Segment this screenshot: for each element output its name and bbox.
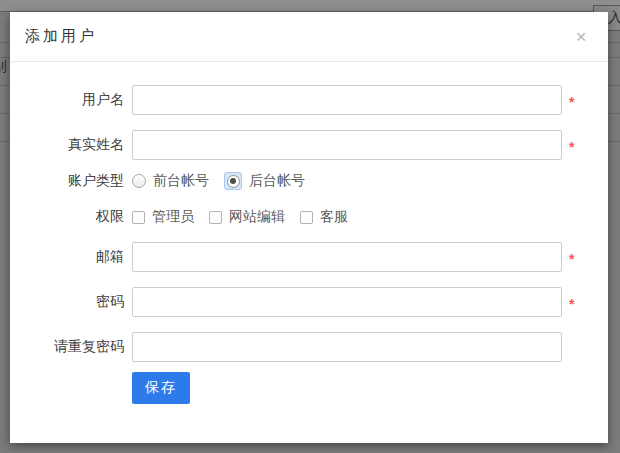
permissions-row: 权限 管理员 网站编辑 客服 [25, 208, 593, 226]
repeat-password-row: 请重复密码 [25, 332, 593, 362]
checkbox-icon[interactable] [300, 211, 313, 224]
password-row: 密码 * [25, 287, 593, 317]
checkbox-option-label[interactable]: 客服 [320, 208, 348, 226]
repeat-password-input[interactable] [132, 332, 562, 362]
actions-row: 保存 [25, 372, 593, 404]
real-name-row: 真实姓名 * [25, 130, 593, 160]
radio-option-label[interactable]: 前台帐号 [153, 172, 209, 190]
email-row: 邮箱 * [25, 242, 593, 272]
username-row: 用户名 * [25, 85, 593, 115]
checkbox-option-editor[interactable]: 网站编辑 [209, 208, 285, 226]
radio-option-label[interactable]: 后台帐号 [249, 172, 305, 190]
background-button-label: 入 [608, 9, 620, 27]
checkbox-option-label[interactable]: 网站编辑 [229, 208, 285, 226]
background-topbar [0, 0, 620, 12]
real-name-input[interactable] [132, 130, 562, 160]
email-label: 邮箱 [25, 248, 132, 266]
account-type-label: 账户类型 [25, 172, 132, 190]
required-marker: * [569, 251, 574, 267]
close-icon[interactable]: ✕ [575, 30, 587, 44]
username-input[interactable] [132, 85, 562, 115]
radio-option-frontend[interactable]: 前台帐号 [132, 172, 209, 190]
background-column-label-partial: 别 [0, 58, 7, 76]
checkbox-icon[interactable] [132, 211, 145, 224]
required-marker: * [569, 94, 574, 110]
checkbox-option-label[interactable]: 管理员 [152, 208, 194, 226]
password-input[interactable] [132, 287, 562, 317]
required-marker: * [569, 139, 574, 155]
radio-checked-icon[interactable] [224, 172, 242, 190]
real-name-label: 真实姓名 [25, 136, 132, 154]
screen: 入 别 添加用户 ✕ 用户名 * 真实姓名 * 账户类型 [0, 0, 620, 453]
username-label: 用户名 [25, 91, 132, 109]
add-user-dialog: 添加用户 ✕ 用户名 * 真实姓名 * 账户类型 前台帐号 [10, 12, 608, 443]
radio-option-backend[interactable]: 后台帐号 [224, 172, 305, 190]
password-label: 密码 [25, 293, 132, 311]
save-button[interactable]: 保存 [132, 372, 190, 404]
radio-dot [230, 178, 236, 184]
radio-icon[interactable] [132, 174, 146, 188]
required-marker: * [569, 296, 574, 312]
permissions-label: 权限 [25, 208, 132, 226]
dialog-title: 添加用户 [25, 27, 97, 46]
dialog-header: 添加用户 ✕ [10, 12, 608, 62]
repeat-password-label: 请重复密码 [25, 338, 132, 356]
checkbox-option-admin[interactable]: 管理员 [132, 208, 194, 226]
email-input[interactable] [132, 242, 562, 272]
checkbox-option-support[interactable]: 客服 [300, 208, 348, 226]
account-type-row: 账户类型 前台帐号 后台帐号 [25, 172, 593, 190]
checkbox-icon[interactable] [209, 211, 222, 224]
dialog-body: 用户名 * 真实姓名 * 账户类型 前台帐号 [10, 62, 608, 404]
